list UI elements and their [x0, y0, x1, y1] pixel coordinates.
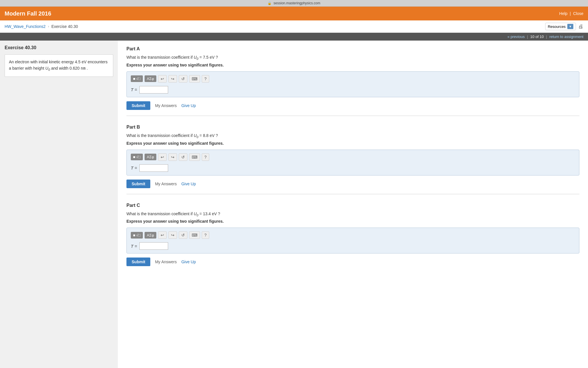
greek-icon-b: AΣφ: [147, 155, 154, 159]
app-title: Modern Fall 2016: [5, 10, 51, 17]
part-b-reset-button[interactable]: ↺: [179, 153, 187, 161]
part-c-my-answers[interactable]: My Answers: [155, 260, 176, 264]
greek-icon-c: AΣφ: [147, 233, 154, 237]
app-header: Modern Fall 2016 Help | Close: [0, 7, 588, 20]
part-a-help-button[interactable]: ?: [202, 75, 209, 83]
part-a-section: Part A What is the transmission coeffici…: [126, 46, 579, 116]
resources-button[interactable]: Resources ▼: [545, 23, 576, 30]
part-a-my-answers[interactable]: My Answers: [155, 103, 176, 108]
part-a-instruction: Express your answer using two significan…: [126, 63, 579, 67]
part-a-input-label: T =: [131, 87, 137, 92]
part-b-question: What is the transmission coefficient if …: [126, 133, 579, 139]
part-a-toolbar: ■ √□ AΣφ ↩ ↪ ↺ ⌨ ?: [131, 75, 575, 83]
breadcrumb-sep: ›: [48, 24, 49, 28]
nav-count: 10 of 10: [530, 35, 544, 39]
nav-sep1: |: [527, 35, 528, 39]
part-a-answer-box: ■ √□ AΣφ ↩ ↪ ↺ ⌨ ? T =: [126, 71, 579, 97]
part-c-give-up[interactable]: Give Up: [181, 260, 196, 264]
part-b-submit-row: Submit My Answers Give Up: [126, 180, 579, 188]
nm-unit: nm: [81, 66, 86, 70]
assignment-link[interactable]: HW_Wave_Functions2: [5, 24, 46, 29]
part-a-question: What is the transmission coefficient if …: [126, 55, 579, 60]
return-to-assignment-link[interactable]: return to assignment: [549, 35, 583, 39]
part-c-submit-button[interactable]: Submit: [126, 258, 150, 266]
part-b-help-button[interactable]: ?: [202, 153, 209, 161]
browser-url: session.masteringphysics.com: [274, 1, 320, 5]
exercise-title: Exercise 40.30: [5, 45, 113, 50]
part-c-keyboard-button[interactable]: ⌨: [189, 231, 200, 239]
part-c-formula-button[interactable]: ■ √□: [131, 232, 143, 239]
u-var: U: [45, 66, 48, 70]
header-sep: |: [570, 11, 571, 16]
formula-icon: ■: [133, 77, 135, 81]
part-b-answer-box: ■ √□ AΣφ ↩ ↪ ↺ ⌨ ? T =: [126, 150, 579, 176]
breadcrumb-bar: HW_Wave_Functions2 › Exercise 40.30 Reso…: [0, 20, 588, 33]
part-c-reset-button[interactable]: ↺: [179, 231, 187, 239]
part-b-greek-button[interactable]: AΣφ: [145, 154, 156, 160]
part-a-header: Part A: [126, 46, 579, 52]
formula-sqrt-icon-b: √□: [136, 155, 141, 159]
part-c-help-button[interactable]: ?: [202, 231, 209, 239]
part-b-submit-button[interactable]: Submit: [126, 180, 150, 188]
breadcrumb-current: Exercise 40.30: [51, 24, 78, 29]
nav-sep2: |: [546, 35, 547, 39]
greek-icon: AΣφ: [147, 77, 154, 81]
part-a-submit-button[interactable]: Submit: [126, 101, 150, 110]
browser-bar: 🔒 session.masteringphysics.com: [0, 0, 588, 7]
part-c-instruction: Express your answer using two significan…: [126, 219, 579, 224]
part-a-reset-button[interactable]: ↺: [179, 75, 187, 83]
part-b-toolbar: ■ √□ AΣφ ↩ ↪ ↺ ⌨ ?: [131, 153, 575, 161]
formula-sqrt-icon: √□: [136, 77, 141, 81]
formula-icon-c: ■: [133, 233, 135, 237]
part-b-header: Part B: [126, 125, 579, 130]
part-a-keyboard-button[interactable]: ⌨: [189, 75, 200, 83]
part-c-input-label: T =: [131, 244, 137, 249]
sidebar: Exercise 40.30 An electron with initial …: [0, 41, 118, 368]
part-b-instruction: Express your answer using two significan…: [126, 141, 579, 146]
content-area: Part A What is the transmission coeffici…: [118, 41, 588, 368]
help-link[interactable]: Help: [559, 11, 568, 16]
main-layout: Exercise 40.30 An electron with initial …: [0, 41, 588, 368]
lock-icon: 🔒: [268, 1, 272, 5]
part-b-formula-button[interactable]: ■ √□: [131, 154, 143, 160]
part-b-give-up[interactable]: Give Up: [181, 182, 196, 186]
part-b-undo-button[interactable]: ↩: [158, 153, 167, 161]
part-a-greek-button[interactable]: AΣφ: [145, 75, 156, 82]
part-a-undo-button[interactable]: ↩: [158, 75, 167, 83]
resources-label: Resources: [548, 24, 566, 29]
close-link[interactable]: Close: [573, 11, 583, 16]
problem-box: An electron with initial kinetic energy …: [5, 54, 113, 77]
part-c-header: Part C: [126, 203, 579, 208]
part-a-submit-row: Submit My Answers Give Up: [126, 101, 579, 110]
part-b-redo-button[interactable]: ↪: [168, 153, 177, 161]
part-b-my-answers[interactable]: My Answers: [155, 182, 176, 186]
part-c-input-row: T =: [131, 242, 575, 250]
part-c-redo-button[interactable]: ↪: [168, 231, 177, 239]
part-b-answer-input[interactable]: [139, 164, 168, 172]
part-b-section: Part B What is the transmission coeffici…: [126, 125, 579, 194]
part-c-undo-button[interactable]: ↩: [158, 231, 167, 239]
part-b-input-row: T =: [131, 164, 575, 172]
nav-bar: « previous | 10 of 10 | return to assign…: [0, 33, 588, 41]
part-a-answer-input[interactable]: [139, 86, 168, 94]
part-a-redo-button[interactable]: ↪: [168, 75, 177, 83]
header-links: Help | Close: [559, 11, 583, 16]
part-c-answer-box: ■ √□ AΣφ ↩ ↪ ↺ ⌨ ? T =: [126, 228, 579, 253]
part-a-formula-button[interactable]: ■ √□: [131, 75, 143, 82]
formula-sqrt-icon-c: √□: [136, 233, 141, 237]
part-c-answer-input[interactable]: [139, 242, 168, 250]
part-c-greek-button[interactable]: AΣφ: [145, 232, 156, 239]
part-b-keyboard-button[interactable]: ⌨: [189, 153, 200, 161]
resources-chevron-icon: ▼: [567, 24, 573, 29]
part-c-question: What is the transmission coefficient if …: [126, 211, 579, 217]
part-c-submit-row: Submit My Answers Give Up: [126, 258, 579, 266]
breadcrumb-right: Resources ▼ 🖨: [545, 23, 583, 30]
previous-link[interactable]: « previous: [508, 35, 525, 39]
part-b-input-label: T =: [131, 165, 137, 170]
part-a-input-row: T =: [131, 86, 575, 94]
part-c-section: Part C What is the transmission coeffici…: [126, 203, 579, 272]
part-c-toolbar: ■ √□ AΣφ ↩ ↪ ↺ ⌨ ?: [131, 231, 575, 239]
print-icon[interactable]: 🖨: [578, 24, 583, 30]
part-a-give-up[interactable]: Give Up: [181, 103, 196, 108]
formula-icon-b: ■: [133, 155, 135, 159]
